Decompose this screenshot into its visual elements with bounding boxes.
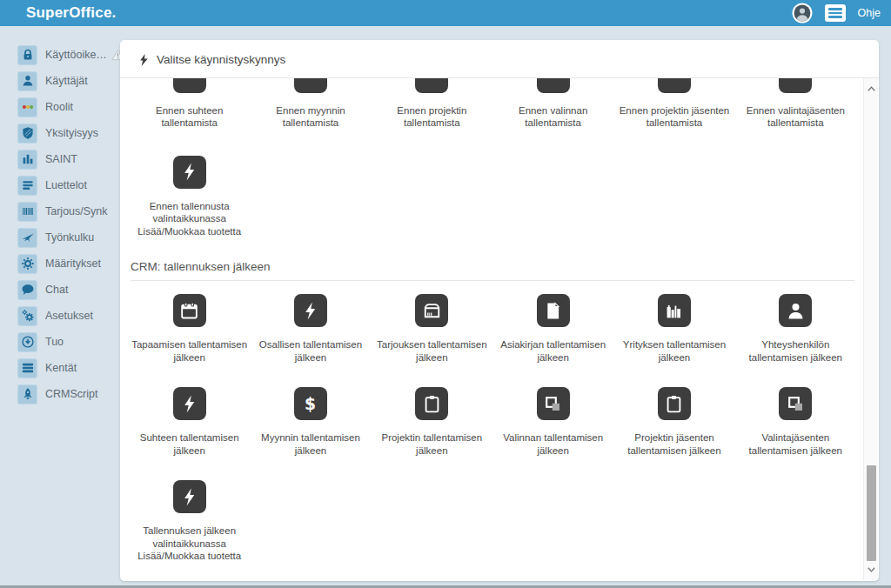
package-icon[interactable] (415, 294, 448, 327)
page-title: Valitse käynnistyskynnys (157, 53, 285, 66)
trigger-item[interactable]: Valintajäsenten tallentamisen jälkeen (735, 387, 856, 457)
trigger-item[interactable]: Ennen valinnan tallentamista (492, 78, 613, 130)
sidebar-item-label: Käyttöoike… (45, 49, 107, 61)
calendar-icon[interactable] (173, 294, 206, 327)
sidebar-item-label: Tuo (45, 336, 64, 348)
trigger-item-label: Tarjouksen tallentamisen jälkeen (372, 338, 492, 364)
trigger-item-label: Ennen myynnin tallentamista (250, 104, 371, 130)
cut-tile-wrap (372, 78, 492, 93)
trigger-item[interactable]: Suhteen tallentamisen jälkeen (129, 387, 250, 457)
trigger-item[interactable]: Ennen valintajäsenten tallentamista (735, 78, 856, 130)
trigger-tile-cut[interactable] (294, 78, 327, 93)
trigger-item-label: Osallisen tallentamisen jälkeen (250, 338, 371, 364)
trigger-item-label: Tapaamisen tallentamisen jälkeen (129, 338, 250, 364)
trigger-tile-cut[interactable] (173, 78, 206, 93)
lightning-icon[interactable] (173, 387, 206, 420)
sidebar-item-label: Asetukset (45, 310, 93, 322)
trigger-item[interactable]: Tarjouksen tallentamisen jälkeen (372, 294, 492, 364)
bar-chart-icon (17, 150, 37, 170)
lightning-icon[interactable] (294, 294, 327, 327)
sidebar-item-kentat[interactable]: Kentät (0, 355, 120, 381)
trigger-item[interactable]: Ennen suhteen tallentamista (129, 78, 250, 130)
sidebar-item-tyonkulku[interactable]: Työnkulku (0, 224, 120, 251)
clipboard-icon[interactable] (415, 387, 448, 420)
trigger-item-label: Asiakirjan tallentamisen jälkeen (492, 338, 613, 364)
trigger-tile-cut[interactable] (658, 78, 691, 93)
sidebar-item-tarjoussynk[interactable]: Tarjous/Synk (0, 198, 120, 224)
sidebar-item-kayttooike[interactable]: Käyttöoike… (0, 42, 120, 68)
sidebar-item-saint[interactable]: SAINT (0, 146, 120, 172)
trigger-item[interactable]: Yrityksen tallentamisen jälkeen (613, 294, 734, 364)
sidebar-item-yksityisyys[interactable]: Yksityisyys (0, 120, 120, 146)
list-icon (17, 176, 37, 196)
trigger-item-label: Projektin tallentamisen jälkeen (372, 431, 492, 457)
sidebar-item-label: Työnkulku (45, 231, 94, 244)
trigger-item-label: Suhteen tallentamisen jälkeen (129, 431, 250, 457)
clipboard-icon[interactable] (658, 387, 691, 420)
scroll-up-button[interactable] (864, 82, 878, 96)
vertical-scrollbar[interactable] (863, 78, 878, 580)
section-header: CRM: tallennuksen jälkeen (131, 260, 854, 281)
trigger-item[interactable]: Projektin jäsenten tallentamisen jälkeen (613, 387, 734, 457)
trigger-item[interactable]: Asiakirjan tallentamisen jälkeen (492, 294, 613, 364)
trigger-item[interactable]: Yhteyshenkilön tallentamisen jälkeen (735, 294, 856, 364)
superoffice-logo[interactable]: SuperOffice. (26, 4, 117, 22)
lightning-icon[interactable] (173, 480, 206, 513)
import-icon (17, 332, 37, 352)
user-avatar-icon[interactable] (792, 3, 813, 23)
sidebar: Käyttöoike…KäyttäjätRoolitYksityisyysSAI… (0, 26, 120, 588)
trigger-item-label: Valintajäsenten tallentamisen jälkeen (735, 431, 856, 457)
trigger-item[interactable]: Tapaamisen tallentamisen jälkeen (129, 294, 250, 364)
selection-icon[interactable] (779, 387, 812, 420)
trigger-item[interactable]: Ennen projektin jäsenten tallentamista (613, 78, 734, 130)
trigger-tile-cut[interactable] (537, 78, 570, 93)
trigger-item[interactable]: Valinnan tallentamisen jälkeen (492, 387, 613, 457)
dollar-icon[interactable]: $ (294, 387, 327, 420)
sidebar-item-chat[interactable]: Chat (0, 277, 120, 303)
shield-icon (17, 124, 37, 144)
trigger-item[interactable]: $Myynnin tallentamisen jälkeen (250, 387, 371, 457)
trigger-row: Tapaamisen tallentamisen jälkeenOsallise… (129, 294, 856, 364)
trigger-item-label: Tallennuksen jälkeen valintaikkunassa Li… (129, 525, 250, 562)
cut-tile-wrap (613, 78, 734, 93)
document-icon[interactable] (537, 294, 570, 327)
sidebar-item-label: Chat (45, 284, 68, 296)
scroll-down-button[interactable] (864, 563, 878, 577)
help-link[interactable]: Ohje (858, 7, 881, 19)
sidebar-item-roolit[interactable]: Roolit (0, 94, 120, 120)
trigger-row: Suhteen tallentamisen jälkeen$Myynnin ta… (129, 387, 856, 457)
gear-icon (17, 254, 37, 274)
trigger-item-label: Yrityksen tallentamisen jälkeen (613, 338, 734, 364)
company-icon[interactable] (658, 294, 691, 327)
barcode-icon (17, 202, 37, 222)
trigger-item-label: Ennen projektin tallentamista (372, 104, 492, 130)
trigger-grid: Ennen suhteen tallentamistaEnnen myynnin… (129, 78, 856, 578)
sidebar-item-luettelot[interactable]: Luettelot (0, 172, 120, 198)
trigger-item[interactable]: Ennen projektin tallentamista (372, 78, 492, 130)
selection-icon[interactable] (537, 387, 570, 420)
sidebar-item-maaritykset[interactable]: Määritykset (0, 251, 120, 277)
trigger-item[interactable]: Tallennuksen jälkeen valintaikkunassa Li… (129, 480, 250, 562)
trigger-item-label: Projektin jäsenten tallentamisen jälkeen (613, 431, 734, 457)
trigger-item[interactable]: Projektin tallentamisen jälkeen (372, 387, 492, 457)
traffic-light-icon (17, 97, 37, 117)
trigger-tile-cut[interactable] (779, 78, 812, 93)
sidebar-item-kayttajat[interactable]: Käyttäjät (0, 68, 120, 94)
user-icon (17, 71, 37, 91)
trigger-row: Ennen tallennusta valintaikkunassa Lisää… (129, 156, 856, 237)
trigger-item[interactable]: Osallisen tallentamisen jälkeen (250, 294, 371, 364)
sidebar-item-tuo[interactable]: Tuo (0, 329, 120, 355)
main-menu-icon[interactable] (825, 4, 846, 22)
scrollbar-thumb[interactable] (867, 465, 876, 561)
gears-icon (17, 306, 37, 326)
trigger-item[interactable]: Ennen tallennusta valintaikkunassa Lisää… (129, 156, 250, 237)
trigger-item[interactable]: Ennen myynnin tallentamista (250, 78, 371, 130)
lightning-icon (139, 54, 149, 66)
sidebar-item-crmscript[interactable]: CRMScript (0, 381, 120, 407)
sidebar-item-asetukset[interactable]: Asetukset (0, 303, 120, 329)
trigger-tile-cut[interactable] (415, 78, 448, 93)
person-icon[interactable] (779, 294, 812, 327)
sidebar-item-label: Määritykset (45, 257, 101, 270)
trigger-row: Ennen suhteen tallentamistaEnnen myynnin… (129, 78, 856, 130)
lightning-icon[interactable] (173, 156, 206, 189)
